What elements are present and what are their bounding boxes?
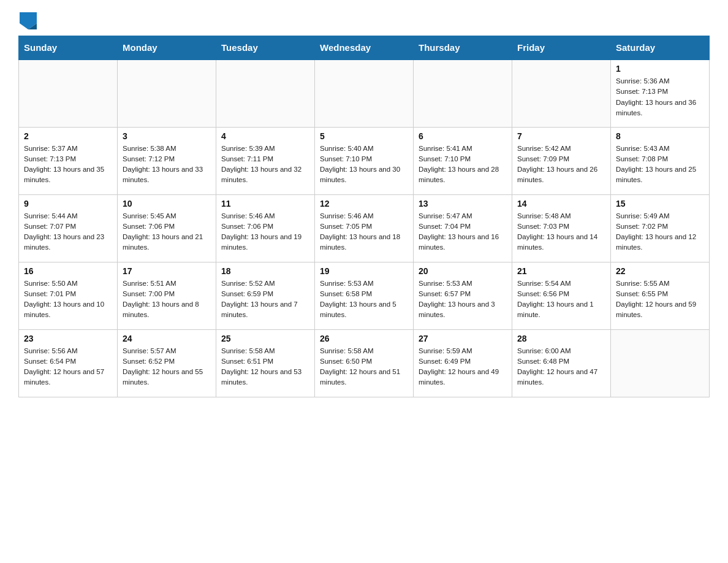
day-info: Sunrise: 5:50 AM Sunset: 7:01 PM Dayligh… [24,278,112,321]
day-number: 2 [24,131,112,141]
calendar-cell: 9Sunrise: 5:44 AM Sunset: 7:07 PM Daylig… [19,194,118,262]
calendar-header-row: SundayMondayTuesdayWednesdayThursdayFrid… [19,36,710,60]
calendar-week-row: 9Sunrise: 5:44 AM Sunset: 7:07 PM Daylig… [19,194,710,262]
day-info: Sunrise: 5:52 AM Sunset: 6:59 PM Dayligh… [221,278,309,321]
day-number: 3 [123,131,211,141]
day-number: 17 [123,266,211,276]
calendar-cell: 18Sunrise: 5:52 AM Sunset: 6:59 PM Dayli… [216,262,315,329]
day-number: 1 [616,64,704,74]
calendar-cell: 13Sunrise: 5:47 AM Sunset: 7:04 PM Dayli… [414,194,512,262]
calendar-cell: 3Sunrise: 5:38 AM Sunset: 7:12 PM Daylig… [118,127,216,194]
calendar-cell: 7Sunrise: 5:42 AM Sunset: 7:09 PM Daylig… [512,127,611,194]
day-number: 26 [320,334,408,343]
weekday-header-friday: Friday [512,36,611,60]
day-info: Sunrise: 5:42 AM Sunset: 7:09 PM Dayligh… [517,144,605,186]
calendar-cell: 19Sunrise: 5:53 AM Sunset: 6:58 PM Dayli… [315,262,414,329]
day-info: Sunrise: 5:46 AM Sunset: 7:05 PM Dayligh… [320,211,408,253]
calendar-week-row: 2Sunrise: 5:37 AM Sunset: 7:13 PM Daylig… [19,127,710,194]
day-number: 16 [24,266,112,276]
day-info: Sunrise: 5:40 AM Sunset: 7:10 PM Dayligh… [320,144,408,186]
day-number: 10 [123,199,211,209]
day-info: Sunrise: 5:38 AM Sunset: 7:12 PM Dayligh… [123,144,211,186]
day-info: Sunrise: 5:58 AM Sunset: 6:50 PM Dayligh… [320,346,408,388]
day-number: 12 [320,199,408,209]
day-info: Sunrise: 5:53 AM Sunset: 6:58 PM Dayligh… [320,278,408,321]
day-number: 27 [419,334,507,343]
calendar-cell [118,59,216,127]
day-info: Sunrise: 5:55 AM Sunset: 6:55 PM Dayligh… [616,278,704,321]
calendar-cell: 22Sunrise: 5:55 AM Sunset: 6:55 PM Dayli… [611,262,710,329]
calendar-cell: 17Sunrise: 5:51 AM Sunset: 7:00 PM Dayli… [118,262,216,329]
day-number: 21 [517,266,605,276]
calendar-cell: 12Sunrise: 5:46 AM Sunset: 7:05 PM Dayli… [315,194,414,262]
day-number: 11 [221,199,309,209]
calendar-cell: 16Sunrise: 5:50 AM Sunset: 7:01 PM Dayli… [19,262,118,329]
day-number: 19 [320,266,408,276]
calendar-cell: 6Sunrise: 5:41 AM Sunset: 7:10 PM Daylig… [414,127,512,194]
weekday-header-wednesday: Wednesday [315,36,414,60]
calendar-cell: 15Sunrise: 5:49 AM Sunset: 7:02 PM Dayli… [611,194,710,262]
day-number: 25 [221,334,309,343]
calendar-cell: 5Sunrise: 5:40 AM Sunset: 7:10 PM Daylig… [315,127,414,194]
calendar-cell [611,329,710,397]
day-info: Sunrise: 5:43 AM Sunset: 7:08 PM Dayligh… [616,144,704,186]
day-info: Sunrise: 5:59 AM Sunset: 6:49 PM Dayligh… [419,346,507,388]
calendar-cell: 2Sunrise: 5:37 AM Sunset: 7:13 PM Daylig… [19,127,118,194]
day-info: Sunrise: 5:45 AM Sunset: 7:06 PM Dayligh… [123,211,211,253]
day-info: Sunrise: 5:56 AM Sunset: 6:54 PM Dayligh… [24,346,112,388]
day-number: 9 [24,199,112,209]
logo [18,12,37,29]
day-info: Sunrise: 5:57 AM Sunset: 6:52 PM Dayligh… [123,346,211,388]
day-info: Sunrise: 5:41 AM Sunset: 7:10 PM Dayligh… [419,144,507,186]
weekday-header-sunday: Sunday [19,36,118,60]
calendar-week-row: 16Sunrise: 5:50 AM Sunset: 7:01 PM Dayli… [19,262,710,329]
day-info: Sunrise: 5:37 AM Sunset: 7:13 PM Dayligh… [24,144,112,186]
weekday-header-saturday: Saturday [611,36,710,60]
weekday-header-thursday: Thursday [414,36,512,60]
day-info: Sunrise: 5:48 AM Sunset: 7:03 PM Dayligh… [517,211,605,253]
day-info: Sunrise: 5:51 AM Sunset: 7:00 PM Dayligh… [123,278,211,321]
page-header [18,12,710,29]
calendar-cell: 25Sunrise: 5:58 AM Sunset: 6:51 PM Dayli… [216,329,315,397]
calendar-cell: 10Sunrise: 5:45 AM Sunset: 7:06 PM Dayli… [118,194,216,262]
calendar-cell [512,59,611,127]
day-number: 13 [419,199,507,209]
calendar-table: SundayMondayTuesdayWednesdayThursdayFrid… [18,36,710,397]
day-number: 24 [123,334,211,343]
day-number: 23 [24,334,112,343]
logo-icon [20,12,37,29]
calendar-week-row: 23Sunrise: 5:56 AM Sunset: 6:54 PM Dayli… [19,329,710,397]
day-info: Sunrise: 5:47 AM Sunset: 7:04 PM Dayligh… [419,211,507,253]
calendar-cell: 14Sunrise: 5:48 AM Sunset: 7:03 PM Dayli… [512,194,611,262]
weekday-header-monday: Monday [118,36,216,60]
calendar-cell: 4Sunrise: 5:39 AM Sunset: 7:11 PM Daylig… [216,127,315,194]
day-number: 20 [419,266,507,276]
weekday-header-tuesday: Tuesday [216,36,315,60]
calendar-cell [315,59,414,127]
calendar-cell [414,59,512,127]
calendar-cell [216,59,315,127]
calendar-cell: 8Sunrise: 5:43 AM Sunset: 7:08 PM Daylig… [611,127,710,194]
day-info: Sunrise: 5:36 AM Sunset: 7:13 PM Dayligh… [616,76,704,118]
day-number: 7 [517,131,605,141]
calendar-cell: 27Sunrise: 5:59 AM Sunset: 6:49 PM Dayli… [414,329,512,397]
day-info: Sunrise: 6:00 AM Sunset: 6:48 PM Dayligh… [517,346,605,388]
calendar-cell: 28Sunrise: 6:00 AM Sunset: 6:48 PM Dayli… [512,329,611,397]
day-info: Sunrise: 5:39 AM Sunset: 7:11 PM Dayligh… [221,144,309,186]
calendar-cell [19,59,118,127]
day-number: 14 [517,199,605,209]
calendar-cell: 24Sunrise: 5:57 AM Sunset: 6:52 PM Dayli… [118,329,216,397]
calendar-week-row: 1Sunrise: 5:36 AM Sunset: 7:13 PM Daylig… [19,59,710,127]
calendar-cell: 11Sunrise: 5:46 AM Sunset: 7:06 PM Dayli… [216,194,315,262]
calendar-cell: 21Sunrise: 5:54 AM Sunset: 6:56 PM Dayli… [512,262,611,329]
day-info: Sunrise: 5:44 AM Sunset: 7:07 PM Dayligh… [24,211,112,253]
calendar-cell: 23Sunrise: 5:56 AM Sunset: 6:54 PM Dayli… [19,329,118,397]
day-number: 8 [616,131,704,141]
day-number: 6 [419,131,507,141]
day-info: Sunrise: 5:49 AM Sunset: 7:02 PM Dayligh… [616,211,704,253]
calendar-cell: 1Sunrise: 5:36 AM Sunset: 7:13 PM Daylig… [611,59,710,127]
day-number: 18 [221,266,309,276]
day-info: Sunrise: 5:58 AM Sunset: 6:51 PM Dayligh… [221,346,309,388]
calendar-cell: 20Sunrise: 5:53 AM Sunset: 6:57 PM Dayli… [414,262,512,329]
day-number: 15 [616,199,704,209]
